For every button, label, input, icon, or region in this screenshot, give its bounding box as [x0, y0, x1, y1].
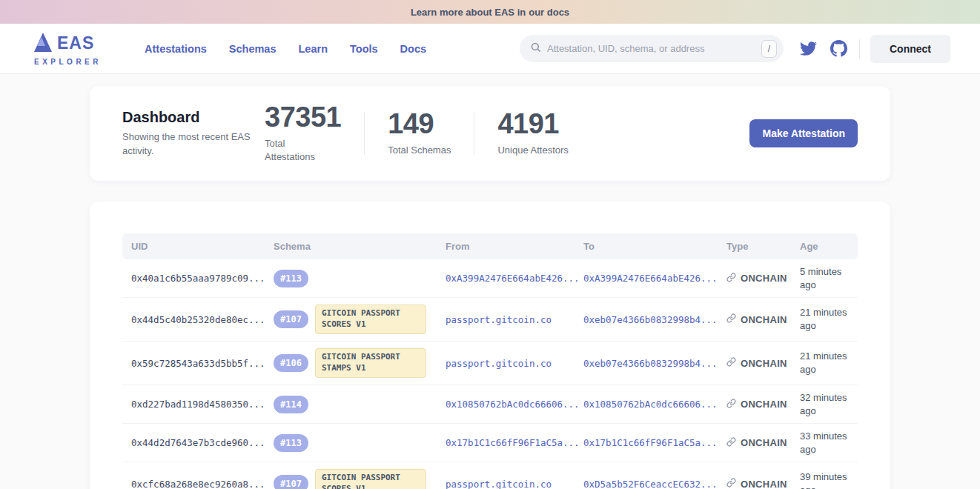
schema-name-badge[interactable]: GITCOIN PASSPORT SCORES V1 [315, 305, 426, 334]
table-row[interactable]: 0xcfc68a268e8ec9260a8... #107 GITCOIN PA… [122, 462, 858, 489]
attestations-table-card: UID Schema From To Type Age 0x40a1c6b55a… [90, 202, 890, 489]
column-header-type: Type [726, 241, 800, 252]
attestation-uid[interactable]: 0xcfc68a268e8ec9260a8... [131, 479, 274, 489]
stat-divider [364, 112, 365, 155]
nav-learn[interactable]: Learn [299, 43, 328, 55]
attestation-uid[interactable]: 0x40a1c6b55aaa9789c09... [131, 273, 274, 284]
schema-id-badge[interactable]: #113 [274, 270, 308, 287]
search-shortcut-key: / [761, 40, 777, 58]
table-row[interactable]: 0x44d5c40b25320de80ec... #107 GITCOIN PA… [122, 298, 858, 342]
to-address-link[interactable]: 0x17b1C1c66fF96F1aC5a... [583, 437, 726, 448]
from-address-link[interactable]: 0xA399A2476E664abE426... [446, 273, 583, 284]
stats-row: 37351 Total Attestations 149 Total Schem… [265, 103, 569, 164]
attestation-uid[interactable]: 0x44d5c40b25320de80ec... [131, 314, 274, 325]
chain-link-icon [726, 437, 736, 449]
nav-attestations[interactable]: Attestations [145, 43, 207, 55]
type-cell: ONCHAIN [726, 437, 800, 449]
schema-id-badge[interactable]: #113 [274, 434, 308, 452]
main-nav: Attestations Schemas Learn Tools Docs [145, 43, 426, 55]
type-label: ONCHAIN [741, 399, 787, 410]
stat-divider [474, 112, 474, 155]
type-label: ONCHAIN [741, 273, 787, 284]
schema-id-badge[interactable]: #114 [274, 396, 308, 413]
type-cell: ONCHAIN [726, 399, 800, 410]
schema-id-badge[interactable]: #107 [274, 475, 308, 489]
age-label: 32 minutes ago [800, 391, 858, 417]
from-address-link[interactable]: 0x17b1C1c66fF96F1aC5a... [446, 437, 583, 448]
type-cell: ONCHAIN [726, 357, 800, 369]
to-address-link[interactable]: 0xeb07e4366b0832998b4... [583, 358, 726, 369]
age-label: 5 minutes ago [800, 265, 858, 291]
stat-total-attestations: 37351 Total Attestations [265, 103, 341, 164]
attestation-uid[interactable]: 0x59c728543a633d5bb5f... [131, 358, 274, 369]
page-subtitle: Showing the most recent EAS activity. [122, 130, 252, 159]
stat-label: Unique Attestors [497, 144, 568, 157]
column-header-schema: Schema [274, 241, 446, 252]
schema-name-badge[interactable]: GITCOIN PASSPORT STAMPS V1 [315, 348, 426, 378]
stat-value: 4191 [497, 110, 568, 138]
table-row[interactable]: 0x44d2d7643e7b3cde960... #113 0x17b1C1c6… [122, 424, 858, 462]
to-address-link[interactable]: 0xA399A2476E664abE426... [583, 273, 726, 284]
chain-link-icon [726, 478, 736, 489]
table-row[interactable]: 0x40a1c6b55aaa9789c09... #113 0xA399A247… [122, 259, 858, 298]
stat-unique-attestors: 4191 Unique Attestors [497, 110, 568, 157]
table-row[interactable]: 0x59c728543a633d5bb5f... #106 GITCOIN PA… [122, 342, 858, 385]
twitter-icon[interactable] [800, 40, 817, 57]
schema-id-badge[interactable]: #106 [274, 354, 308, 372]
eas-triangle-logo-icon [33, 32, 53, 56]
from-address-link[interactable]: passport.gitcoin.co [446, 479, 583, 489]
banner-docs-link[interactable]: our docs [529, 7, 569, 18]
chain-link-icon [726, 399, 736, 410]
age-label: 33 minutes ago [800, 430, 858, 456]
schema-id-badge[interactable]: #107 [274, 310, 308, 328]
header-divider [859, 39, 860, 59]
github-icon[interactable] [830, 40, 847, 57]
eas-logo[interactable]: EAS EXPLORER [33, 32, 102, 66]
to-address-link[interactable]: 0xD5a5b52F6CeaccEC632... [583, 479, 726, 489]
from-address-link[interactable]: passport.gitcoin.co [446, 314, 583, 325]
to-address-link[interactable]: 0xeb07e4366b0832998b4... [583, 314, 726, 325]
type-cell: ONCHAIN [726, 273, 800, 285]
logo-title: EAS [57, 35, 94, 52]
type-label: ONCHAIN [741, 314, 787, 325]
from-address-link[interactable]: 0x10850762bAc0dc66606... [446, 399, 583, 410]
column-header-age: Age [800, 241, 858, 252]
search-input[interactable] [547, 43, 761, 54]
age-label: 39 minutes ago [800, 470, 858, 489]
attestation-uid[interactable]: 0xd227bad1198d4580350... [131, 399, 274, 410]
from-address-link[interactable]: passport.gitcoin.co [446, 358, 583, 369]
type-label: ONCHAIN [741, 358, 787, 369]
social-links [800, 40, 847, 57]
page-title: Dashboard [122, 109, 265, 126]
table-row[interactable]: 0xd227bad1198d4580350... #114 0x10850762… [122, 385, 858, 424]
nav-tools[interactable]: Tools [350, 43, 378, 55]
to-address-link[interactable]: 0x10850762bAc0dc66606... [583, 399, 726, 410]
type-cell: ONCHAIN [726, 478, 800, 489]
header: EAS EXPLORER Attestations Schemas Learn … [0, 24, 980, 74]
nav-schemas[interactable]: Schemas [229, 43, 277, 55]
connect-wallet-button[interactable]: Connect [870, 35, 950, 63]
dashboard-card: Dashboard Showing the most recent EAS ac… [90, 86, 890, 181]
nav-docs[interactable]: Docs [400, 43, 426, 55]
column-header-to: To [583, 241, 726, 252]
column-header-uid: UID [131, 241, 274, 252]
chain-link-icon [726, 273, 736, 285]
age-label: 21 minutes ago [800, 350, 858, 376]
stat-label: Total Schemas [388, 144, 451, 157]
stat-total-schemas: 149 Total Schemas [388, 110, 451, 157]
search-bar[interactable]: / [520, 35, 784, 62]
logo-subtitle: EXPLORER [34, 58, 102, 66]
chain-link-icon [726, 313, 736, 325]
docs-banner[interactable]: Learn more about EAS in our docs [0, 0, 980, 24]
make-attestation-button[interactable]: Make Attestation [749, 119, 858, 147]
type-label: ONCHAIN [741, 479, 787, 489]
chain-link-icon [726, 357, 736, 369]
schema-name-badge[interactable]: GITCOIN PASSPORT SCORES V1 [315, 469, 426, 489]
stat-value: 37351 [265, 103, 341, 131]
column-header-from: From [446, 241, 583, 252]
stat-label: Total Attestations [265, 137, 336, 164]
type-cell: ONCHAIN [726, 313, 800, 325]
attestation-uid[interactable]: 0x44d2d7643e7b3cde960... [131, 437, 274, 448]
type-label: ONCHAIN [741, 437, 787, 448]
age-label: 21 minutes ago [800, 306, 858, 332]
